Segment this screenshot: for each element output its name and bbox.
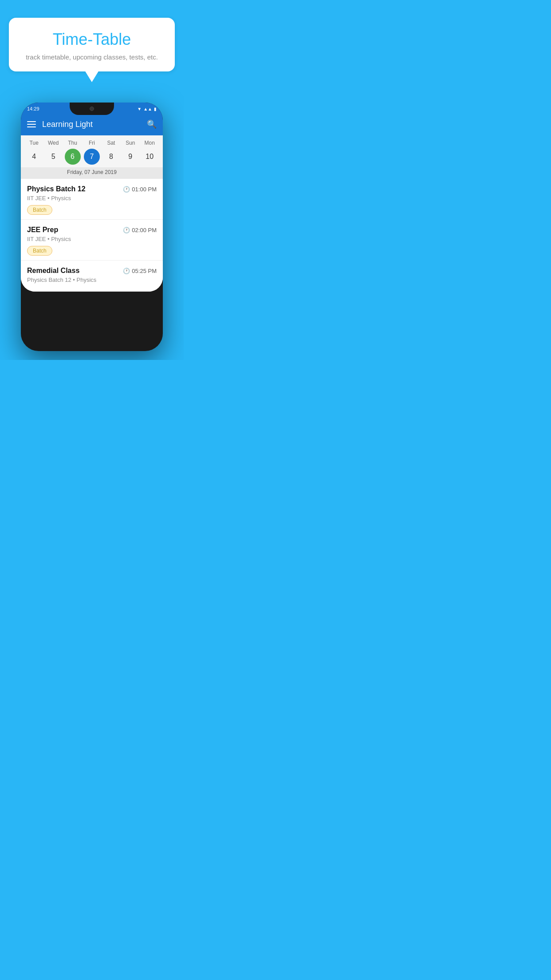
status-time: 14:29 (27, 106, 39, 111)
schedule-time-1: 🕐 01:00 PM (123, 186, 157, 193)
day-thu: Thu (65, 140, 81, 146)
schedule-header-3: Remedial Class 🕐 05:25 PM (27, 267, 157, 275)
speech-bubble: Time-Table track timetable, upcoming cla… (9, 18, 175, 71)
date-8[interactable]: 8 (103, 149, 119, 165)
hamburger-menu[interactable] (27, 121, 36, 127)
selected-date: Friday, 07 June 2019 (21, 167, 163, 179)
clock-icon-2: 🕐 (123, 227, 130, 233)
batch-badge-1: Batch (27, 205, 52, 215)
day-sun: Sun (122, 140, 138, 146)
clock-icon-3: 🕐 (123, 268, 130, 274)
schedule-meta-3: Physics Batch 12 • Physics (27, 277, 157, 283)
date-4[interactable]: 4 (26, 149, 42, 165)
phone-mockup: 14:29 ▼ ▲▲ ▮ Learning Light 🔍 (21, 103, 163, 351)
day-headers: Tue Wed Thu Fri Sat Sun Mon (21, 140, 163, 146)
day-tue: Tue (26, 140, 42, 146)
time-value-3: 05:25 PM (132, 268, 157, 274)
bubble-title: Time-Table (20, 30, 164, 49)
app-bar: Learning Light 🔍 (21, 113, 163, 135)
date-6-today[interactable]: 6 (65, 149, 81, 165)
schedule-item-3[interactable]: Remedial Class 🕐 05:25 PM Physics Batch … (21, 261, 163, 292)
calendar-strip: Tue Wed Thu Fri Sat Sun Mon 4 5 6 7 8 9 … (21, 135, 163, 179)
wifi-icon: ▼ (137, 107, 142, 111)
day-wed: Wed (45, 140, 61, 146)
search-icon[interactable]: 🔍 (147, 119, 157, 129)
phone-frame: 14:29 ▼ ▲▲ ▮ Learning Light 🔍 (21, 103, 163, 351)
time-value-2: 02:00 PM (132, 227, 157, 233)
day-sat: Sat (103, 140, 119, 146)
clock-icon-1: 🕐 (123, 186, 130, 193)
bubble-subtitle: track timetable, upcoming classes, tests… (20, 53, 164, 61)
signal-icon: ▲▲ (143, 107, 152, 111)
schedule-meta-2: IIT JEE • Physics (27, 236, 157, 242)
schedule-time-3: 🕐 05:25 PM (123, 268, 157, 274)
batch-badge-2: Batch (27, 246, 52, 256)
front-camera (90, 107, 94, 111)
status-icons: ▼ ▲▲ ▮ (137, 107, 157, 111)
date-5[interactable]: 5 (45, 149, 61, 165)
phone-screen: 14:29 ▼ ▲▲ ▮ Learning Light 🔍 (21, 103, 163, 292)
schedule-time-2: 🕐 02:00 PM (123, 227, 157, 233)
time-value-1: 01:00 PM (132, 186, 157, 193)
schedule-meta-1: IIT JEE • Physics (27, 195, 157, 202)
schedule-header-1: Physics Batch 12 🕐 01:00 PM (27, 185, 157, 193)
phone-notch (70, 103, 114, 115)
schedule-header-2: JEE Prep 🕐 02:00 PM (27, 226, 157, 234)
date-7-selected[interactable]: 7 (84, 149, 100, 165)
date-10[interactable]: 10 (142, 149, 157, 165)
app-title: Learning Light (42, 120, 141, 129)
day-numbers: 4 5 6 7 8 9 10 (21, 149, 163, 165)
battery-icon: ▮ (154, 107, 157, 111)
schedule-name-3: Remedial Class (27, 267, 79, 275)
day-fri: Fri (84, 140, 100, 146)
schedule-item-2[interactable]: JEE Prep 🕐 02:00 PM IIT JEE • Physics Ba… (21, 220, 163, 261)
schedule-list: Physics Batch 12 🕐 01:00 PM IIT JEE • Ph… (21, 179, 163, 292)
day-mon: Mon (142, 140, 157, 146)
schedule-name-2: JEE Prep (27, 226, 58, 234)
schedule-name-1: Physics Batch 12 (27, 185, 86, 193)
schedule-item-1[interactable]: Physics Batch 12 🕐 01:00 PM IIT JEE • Ph… (21, 179, 163, 220)
date-9[interactable]: 9 (122, 149, 138, 165)
